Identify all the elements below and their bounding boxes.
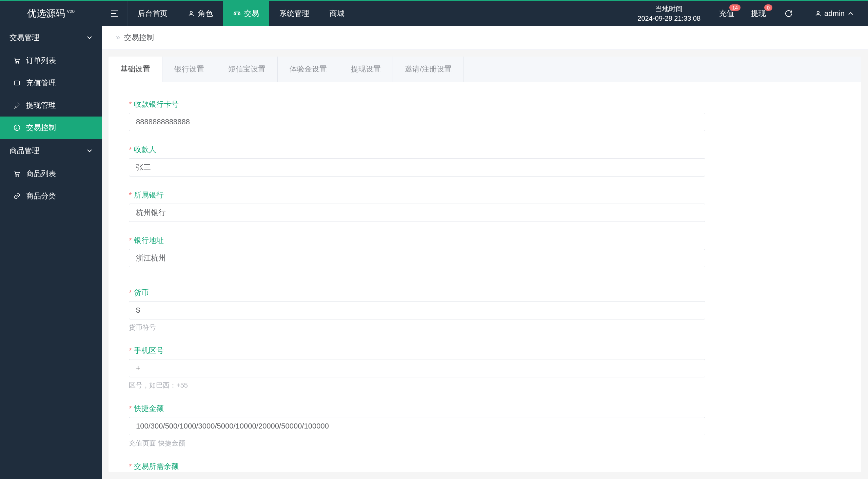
sidebar-group-trade-label: 交易管理 bbox=[9, 33, 39, 43]
form-label: *收款银行卡号 bbox=[129, 99, 841, 109]
sidebar-item-recharge[interactable]: 充值管理 bbox=[0, 72, 102, 94]
sidebar-item-product-list[interactable]: 商品列表 bbox=[0, 163, 102, 185]
sidebar: 交易管理 订单列表 充值管理 提现管 bbox=[0, 26, 102, 479]
tab-label: 短信宝设置 bbox=[228, 65, 265, 73]
user-icon bbox=[188, 10, 195, 17]
user-name: admin bbox=[824, 9, 845, 18]
payee-input[interactable] bbox=[129, 158, 705, 176]
form-row-bank: *所属银行 bbox=[129, 190, 841, 222]
main-area: » 交易控制 基础设置 银行设置 短信宝设置 体验金设置 提现设置 邀请/注册设… bbox=[102, 26, 868, 479]
sidebar-group-product-label: 商品管理 bbox=[9, 146, 39, 156]
tab-withdraw[interactable]: 提现设置 bbox=[339, 57, 393, 82]
form-row-quick-amount: *快捷金额 充值页面 快捷金额 bbox=[129, 403, 841, 448]
sidebar-item-withdraw[interactable]: 提现管理 bbox=[0, 94, 102, 117]
cart-icon bbox=[14, 57, 21, 64]
recharge-link[interactable]: 充值 14 bbox=[711, 1, 743, 26]
label-text: 交易所需余额 bbox=[134, 462, 179, 471]
sidebar-item-label: 提现管理 bbox=[26, 100, 56, 110]
header: 优选源码 V20 后台首页 角色 交易 bbox=[0, 1, 868, 26]
currency-help: 货币符号 bbox=[129, 323, 841, 332]
nav-trade[interactable]: 交易 bbox=[223, 1, 269, 26]
bank-input[interactable] bbox=[129, 204, 705, 222]
refresh-button[interactable] bbox=[774, 1, 803, 26]
svg-point-7 bbox=[18, 175, 19, 176]
dashboard-icon bbox=[14, 124, 21, 131]
form-label: *快捷金额 bbox=[129, 403, 841, 414]
tab-label: 基础设置 bbox=[120, 65, 150, 73]
form-row-trade-balance: *交易所需余额 交易所需余额 bbox=[129, 461, 841, 472]
quick-amount-input[interactable] bbox=[129, 417, 705, 435]
sidebar-item-label: 充值管理 bbox=[26, 78, 56, 88]
menu-toggle-button[interactable] bbox=[102, 1, 127, 26]
form-label: *银行地址 bbox=[129, 235, 841, 246]
nav-home-label: 后台首页 bbox=[138, 8, 167, 19]
sidebar-item-trade-control[interactable]: 交易控制 bbox=[0, 117, 102, 139]
withdraw-label: 提现 bbox=[751, 8, 766, 19]
form-label: *交易所需余额 bbox=[129, 461, 841, 472]
sidebar-group-trade[interactable]: 交易管理 bbox=[0, 26, 102, 49]
label-text: 手机区号 bbox=[134, 346, 164, 355]
app-version: V20 bbox=[67, 9, 75, 14]
form-label: *手机区号 bbox=[129, 346, 841, 356]
sidebar-item-label: 交易控制 bbox=[26, 123, 56, 133]
form-label: *货币 bbox=[129, 288, 841, 298]
sidebar-item-label: 商品列表 bbox=[26, 169, 56, 179]
label-text: 收款人 bbox=[134, 145, 156, 154]
svg-point-1 bbox=[817, 11, 820, 14]
form-area: *收款银行卡号 *收款人 *所属银行 *银行地址 bbox=[108, 82, 861, 472]
tab-label: 银行设置 bbox=[174, 65, 204, 73]
chevron-up-icon bbox=[848, 12, 856, 15]
nav-system-label: 系统管理 bbox=[279, 8, 309, 19]
recharge-badge: 14 bbox=[729, 4, 741, 11]
tab-label: 体验金设置 bbox=[290, 65, 327, 73]
nav-mall[interactable]: 商城 bbox=[319, 1, 355, 26]
content-card: 基础设置 银行设置 短信宝设置 体验金设置 提现设置 邀请/注册设置 *收款银行… bbox=[108, 57, 861, 472]
bank-addr-input[interactable] bbox=[129, 249, 705, 267]
tab-label: 邀请/注册设置 bbox=[405, 65, 452, 73]
phone-code-input[interactable] bbox=[129, 359, 705, 377]
nav-role-label: 角色 bbox=[198, 8, 213, 19]
svg-point-2 bbox=[16, 62, 17, 63]
tab-label: 提现设置 bbox=[351, 65, 381, 73]
tab-bank[interactable]: 银行设置 bbox=[162, 57, 216, 82]
nav-role[interactable]: 角色 bbox=[178, 1, 223, 26]
nav-home[interactable]: 后台首页 bbox=[127, 1, 178, 26]
label-text: 所属银行 bbox=[134, 191, 164, 199]
tab-basic[interactable]: 基础设置 bbox=[108, 57, 162, 82]
cart-icon bbox=[14, 170, 21, 177]
svg-point-0 bbox=[190, 11, 193, 14]
label-text: 货币 bbox=[134, 288, 149, 297]
bank-card-input[interactable] bbox=[129, 113, 705, 131]
form-row-currency: *货币 货币符号 bbox=[129, 288, 841, 332]
tab-experience[interactable]: 体验金设置 bbox=[278, 57, 339, 82]
sidebar-item-orders[interactable]: 订单列表 bbox=[0, 49, 102, 72]
tab-sms[interactable]: 短信宝设置 bbox=[216, 57, 278, 82]
user-icon bbox=[815, 10, 824, 17]
withdraw-link[interactable]: 提现 0 bbox=[743, 1, 774, 26]
chevron-down-icon bbox=[87, 36, 92, 39]
nav-system[interactable]: 系统管理 bbox=[269, 1, 319, 26]
form-row-payee: *收款人 bbox=[129, 145, 841, 176]
nav-trade-label: 交易 bbox=[244, 8, 259, 19]
time-display: 当地时间 2024-09-28 21:33:08 bbox=[627, 1, 711, 26]
form-label: *收款人 bbox=[129, 145, 841, 155]
app-name: 优选源码 bbox=[27, 7, 65, 20]
breadcrumb: » 交易控制 bbox=[102, 26, 868, 50]
sidebar-group-product[interactable]: 商品管理 bbox=[0, 139, 102, 163]
tabs: 基础设置 银行设置 短信宝设置 体验金设置 提现设置 邀请/注册设置 bbox=[108, 57, 861, 82]
pin-icon bbox=[14, 102, 21, 109]
label-text: 银行地址 bbox=[134, 236, 164, 245]
tab-invite[interactable]: 邀请/注册设置 bbox=[393, 57, 464, 82]
chevron-down-icon bbox=[87, 149, 92, 152]
sidebar-item-label: 订单列表 bbox=[26, 56, 56, 66]
currency-input[interactable] bbox=[129, 301, 705, 319]
user-menu[interactable]: admin bbox=[803, 1, 868, 26]
svg-rect-4 bbox=[15, 81, 20, 85]
form-row-phone-code: *手机区号 区号，如巴西：+55 bbox=[129, 346, 841, 390]
label-text: 收款银行卡号 bbox=[134, 100, 179, 108]
message-icon bbox=[14, 80, 21, 86]
sidebar-item-product-category[interactable]: 商品分类 bbox=[0, 185, 102, 207]
nav-mall-label: 商城 bbox=[330, 8, 344, 19]
form-row-bank-card: *收款银行卡号 bbox=[129, 99, 841, 131]
link-icon bbox=[14, 193, 21, 200]
